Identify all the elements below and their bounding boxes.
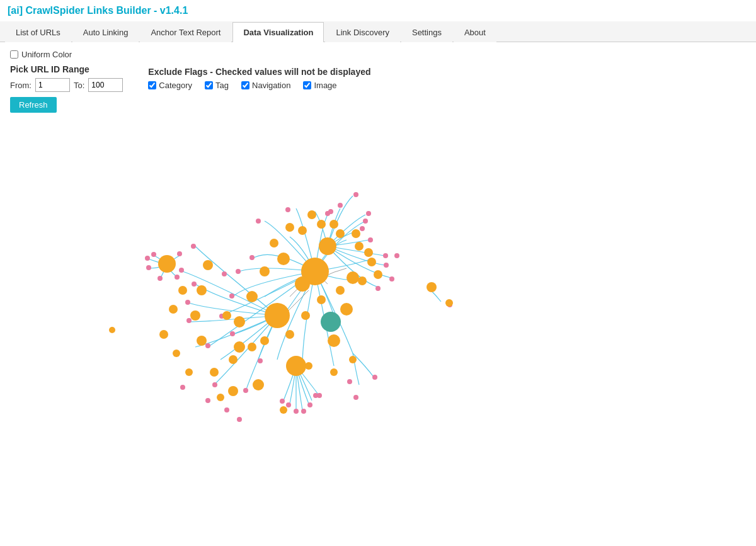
refresh-button[interactable]: Refresh bbox=[10, 97, 57, 113]
controls-row: Pick URL ID Range From: To: Refresh Excl… bbox=[10, 64, 746, 113]
svg-point-60 bbox=[246, 291, 258, 302]
svg-point-107 bbox=[109, 327, 115, 333]
svg-point-33 bbox=[347, 379, 352, 384]
svg-point-75 bbox=[336, 286, 345, 295]
svg-point-83 bbox=[222, 311, 231, 320]
svg-point-62 bbox=[234, 341, 245, 353]
flag-tag-checkbox[interactable] bbox=[205, 81, 213, 89]
svg-point-76 bbox=[317, 295, 326, 304]
flags-row: Category Tag Navigation Image bbox=[148, 81, 370, 90]
uniform-color-row: Uniform Color bbox=[10, 50, 746, 59]
tab-anchor-text-report[interactable]: Anchor Text Report bbox=[140, 22, 231, 42]
tab-bar: List of URLs Auto Linking Anchor Text Re… bbox=[0, 21, 756, 42]
flag-tag[interactable]: Tag bbox=[205, 81, 229, 90]
svg-point-2 bbox=[353, 192, 358, 197]
to-label: To: bbox=[74, 81, 84, 90]
special-node bbox=[321, 312, 341, 332]
svg-point-72 bbox=[355, 242, 364, 251]
svg-point-45 bbox=[294, 409, 299, 414]
svg-point-69 bbox=[298, 226, 307, 235]
tab-list-of-urls[interactable]: List of URLs bbox=[5, 22, 71, 42]
svg-point-17 bbox=[229, 293, 234, 299]
flag-navigation-checkbox[interactable] bbox=[241, 81, 249, 89]
svg-point-46 bbox=[301, 409, 306, 414]
to-input[interactable] bbox=[88, 78, 123, 92]
svg-point-0 bbox=[338, 203, 343, 208]
flag-category[interactable]: Category bbox=[148, 81, 192, 90]
svg-point-55 bbox=[295, 276, 310, 292]
uniform-color-label[interactable]: Uniform Color bbox=[10, 50, 746, 59]
svg-point-99 bbox=[352, 229, 360, 238]
svg-point-97 bbox=[307, 210, 316, 219]
svg-point-78 bbox=[285, 330, 294, 339]
svg-point-5 bbox=[368, 237, 373, 242]
svg-point-8 bbox=[389, 276, 394, 282]
svg-point-19 bbox=[205, 343, 210, 348]
svg-point-59 bbox=[328, 334, 340, 347]
svg-point-82 bbox=[210, 368, 219, 377]
svg-point-6 bbox=[383, 253, 388, 258]
svg-point-14 bbox=[146, 265, 151, 270]
exclude-flags-title: Exclude Flags - Checked values will not … bbox=[148, 67, 370, 77]
visualization-area bbox=[10, 120, 746, 423]
tab-data-visualization[interactable]: Data Visualization bbox=[232, 22, 324, 42]
svg-point-47 bbox=[307, 402, 312, 407]
tab-settings[interactable]: Settings bbox=[401, 22, 452, 42]
svg-point-57 bbox=[346, 271, 359, 284]
svg-point-42 bbox=[222, 271, 227, 276]
app-title: [ai] CrawlSpider Links Builder - v1.4.1 bbox=[0, 0, 756, 21]
svg-point-49 bbox=[317, 393, 322, 398]
svg-point-54 bbox=[286, 356, 306, 376]
svg-point-73 bbox=[367, 258, 376, 266]
svg-point-68 bbox=[203, 260, 213, 270]
right-controls: Exclude Flags - Checked values will not … bbox=[148, 64, 370, 90]
svg-point-40 bbox=[394, 253, 399, 258]
svg-point-41 bbox=[249, 255, 255, 260]
svg-point-87 bbox=[173, 350, 180, 357]
from-input[interactable] bbox=[35, 78, 70, 92]
svg-point-103 bbox=[427, 282, 437, 292]
tab-auto-linking[interactable]: Auto Linking bbox=[72, 22, 139, 42]
svg-point-32 bbox=[237, 417, 242, 422]
svg-point-65 bbox=[197, 336, 207, 346]
svg-point-27 bbox=[191, 244, 196, 249]
svg-point-63 bbox=[253, 379, 264, 390]
svg-point-85 bbox=[169, 305, 178, 314]
svg-point-21 bbox=[243, 388, 248, 393]
svg-point-89 bbox=[217, 394, 224, 401]
flag-image-checkbox[interactable] bbox=[303, 81, 311, 89]
svg-point-79 bbox=[260, 336, 269, 345]
svg-point-80 bbox=[248, 343, 256, 351]
svg-point-101 bbox=[374, 270, 382, 279]
svg-point-93 bbox=[349, 356, 357, 363]
flag-image[interactable]: Image bbox=[303, 81, 336, 90]
svg-point-67 bbox=[197, 285, 207, 295]
svg-point-39 bbox=[363, 219, 368, 224]
svg-point-4 bbox=[360, 226, 365, 231]
svg-point-44 bbox=[286, 402, 291, 407]
svg-point-31 bbox=[224, 407, 229, 412]
svg-point-37 bbox=[285, 207, 290, 212]
svg-point-15 bbox=[145, 256, 150, 261]
tab-about[interactable]: About bbox=[454, 22, 496, 42]
main-content: Uniform Color Pick URL ID Range From: To… bbox=[0, 42, 756, 430]
svg-point-30 bbox=[205, 398, 210, 403]
svg-point-91 bbox=[305, 362, 312, 370]
uniform-color-checkbox[interactable] bbox=[10, 50, 18, 59]
flag-navigation[interactable]: Navigation bbox=[241, 81, 290, 90]
svg-point-94 bbox=[260, 266, 270, 276]
svg-point-52 bbox=[319, 237, 336, 255]
svg-point-64 bbox=[228, 386, 238, 396]
exclude-flags-section: Exclude Flags - Checked values will not … bbox=[148, 67, 370, 90]
svg-point-58 bbox=[340, 303, 353, 316]
svg-point-36 bbox=[256, 219, 261, 224]
svg-point-104 bbox=[445, 299, 453, 307]
svg-point-29 bbox=[180, 385, 185, 390]
svg-point-81 bbox=[229, 355, 238, 364]
flag-category-checkbox[interactable] bbox=[148, 81, 156, 89]
from-label: From: bbox=[10, 81, 32, 90]
svg-point-95 bbox=[270, 239, 278, 247]
svg-point-53 bbox=[265, 303, 290, 328]
svg-point-35 bbox=[372, 375, 377, 380]
tab-link-discovery[interactable]: Link Discovery bbox=[325, 22, 400, 42]
